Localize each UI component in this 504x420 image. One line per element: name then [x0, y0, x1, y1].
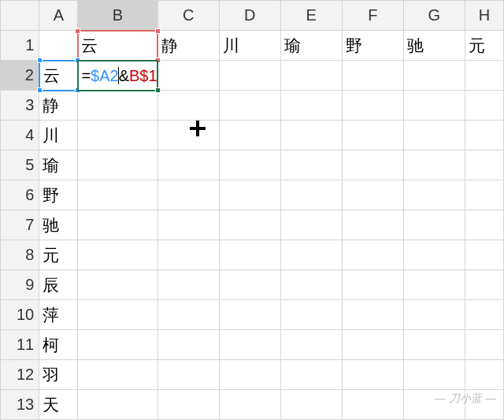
cell[interactable]	[342, 270, 403, 300]
cell-E1[interactable]: 瑜	[280, 31, 342, 61]
cell-H1[interactable]: 元	[465, 31, 503, 61]
cell[interactable]	[219, 240, 280, 270]
cell[interactable]	[158, 330, 219, 360]
cell-H2[interactable]	[465, 61, 503, 91]
cell[interactable]	[342, 180, 403, 210]
cell-A10[interactable]: 萍	[39, 300, 78, 330]
cell[interactable]	[158, 151, 219, 180]
cell[interactable]	[465, 210, 503, 240]
cell[interactable]	[280, 210, 342, 240]
cell-D2[interactable]	[219, 61, 280, 91]
row-header-3[interactable]: 3	[1, 91, 39, 121]
cell[interactable]	[158, 240, 219, 270]
cell[interactable]	[158, 300, 219, 330]
cell[interactable]	[219, 91, 280, 121]
cell[interactable]	[78, 210, 158, 240]
cell-A6[interactable]: 野	[39, 180, 78, 210]
cell[interactable]	[158, 91, 219, 121]
cell[interactable]	[403, 240, 465, 270]
cell[interactable]	[342, 151, 403, 180]
col-header-G[interactable]: G	[403, 1, 465, 31]
cell-B2-active[interactable]: =$A2&B$1	[78, 61, 158, 91]
cell-A2[interactable]: 云	[39, 61, 78, 91]
cell-A8[interactable]: 元	[39, 240, 78, 270]
col-header-A[interactable]: A	[39, 1, 78, 31]
select-all-corner[interactable]	[1, 1, 39, 31]
col-header-H[interactable]: H	[465, 1, 503, 31]
cell[interactable]	[465, 270, 503, 300]
cell[interactable]	[78, 151, 158, 180]
cell[interactable]	[219, 360, 280, 390]
cell[interactable]	[78, 91, 158, 121]
cell[interactable]	[465, 151, 503, 180]
cell[interactable]	[403, 121, 465, 151]
cell-C1[interactable]: 静	[158, 31, 219, 61]
cell[interactable]	[403, 91, 465, 121]
cell[interactable]	[465, 121, 503, 151]
cell[interactable]	[342, 300, 403, 330]
cell[interactable]	[219, 300, 280, 330]
cell[interactable]	[465, 240, 503, 270]
cell[interactable]	[78, 330, 158, 360]
cell[interactable]	[403, 180, 465, 210]
cell[interactable]	[78, 270, 158, 300]
cell[interactable]	[342, 121, 403, 151]
cell[interactable]	[219, 330, 280, 360]
col-header-D[interactable]: D	[219, 1, 280, 31]
cell[interactable]	[158, 390, 219, 420]
cell[interactable]	[465, 360, 503, 390]
cell-A1[interactable]	[39, 31, 78, 61]
cell[interactable]	[158, 121, 219, 151]
row-header-4[interactable]: 4	[1, 121, 39, 151]
cell[interactable]	[158, 210, 219, 240]
row-header-1[interactable]: 1	[1, 31, 39, 61]
cell[interactable]	[403, 151, 465, 180]
cell[interactable]	[465, 390, 503, 420]
cell[interactable]	[219, 270, 280, 300]
cell[interactable]	[403, 360, 465, 390]
cell[interactable]	[219, 151, 280, 180]
cell[interactable]	[158, 180, 219, 210]
cell[interactable]	[342, 91, 403, 121]
cell-A3[interactable]: 静	[39, 91, 78, 121]
cell[interactable]	[403, 390, 465, 420]
cell[interactable]	[219, 210, 280, 240]
row-header-8[interactable]: 8	[1, 240, 39, 270]
cell[interactable]	[78, 390, 158, 420]
row-header-7[interactable]: 7	[1, 210, 39, 240]
cell[interactable]	[158, 360, 219, 390]
spreadsheet-grid[interactable]: A B C D E F G H 1 云 静 川 瑜 野 驰 元 2 云	[0, 0, 504, 420]
cell[interactable]	[342, 390, 403, 420]
row-header-5[interactable]: 5	[1, 151, 39, 180]
cell[interactable]	[219, 121, 280, 151]
cell[interactable]	[342, 210, 403, 240]
cell-A12[interactable]: 羽	[39, 360, 78, 390]
cell-D1[interactable]: 川	[219, 31, 280, 61]
cell[interactable]	[280, 360, 342, 390]
row-header-13[interactable]: 13	[1, 390, 39, 420]
cell[interactable]	[78, 360, 158, 390]
cell[interactable]	[280, 390, 342, 420]
cell[interactable]	[280, 270, 342, 300]
col-header-F[interactable]: F	[342, 1, 403, 31]
cell[interactable]	[78, 121, 158, 151]
cell-A5[interactable]: 瑜	[39, 151, 78, 180]
cell-A9[interactable]: 辰	[39, 270, 78, 300]
row-header-2[interactable]: 2	[1, 61, 39, 91]
row-header-12[interactable]: 12	[1, 360, 39, 390]
col-header-E[interactable]: E	[280, 1, 342, 31]
cell[interactable]	[78, 300, 158, 330]
cell[interactable]	[403, 330, 465, 360]
cell[interactable]	[403, 300, 465, 330]
cell[interactable]	[342, 360, 403, 390]
cell[interactable]	[465, 91, 503, 121]
row-header-11[interactable]: 11	[1, 330, 39, 360]
cell-A7[interactable]: 驰	[39, 210, 78, 240]
cell-C2[interactable]	[158, 61, 219, 91]
cell[interactable]	[219, 390, 280, 420]
cell[interactable]	[342, 240, 403, 270]
cell[interactable]	[280, 240, 342, 270]
cell[interactable]	[465, 180, 503, 210]
cell-A11[interactable]: 柯	[39, 330, 78, 360]
row-header-10[interactable]: 10	[1, 300, 39, 330]
